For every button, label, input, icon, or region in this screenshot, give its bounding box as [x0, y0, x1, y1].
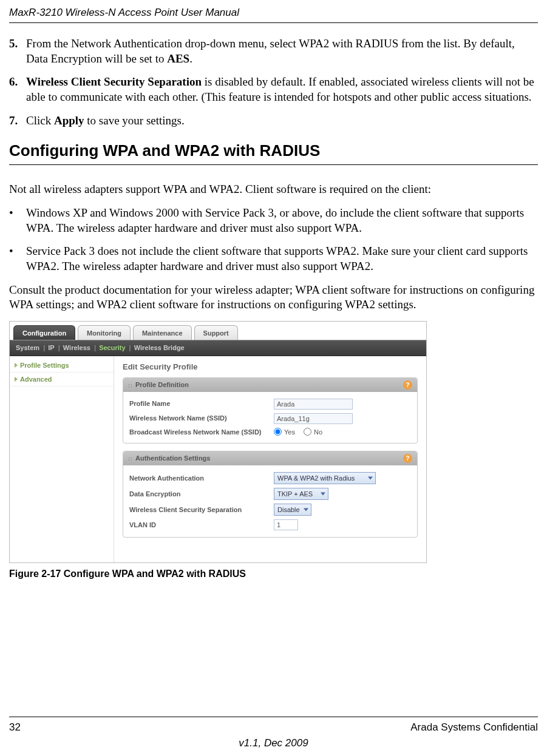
panel-header: ::Authentication Settings ?	[123, 451, 417, 465]
figure-caption: Figure 2-17 Configure WPA and WPA2 with …	[9, 568, 538, 581]
top-tabs: Configuration Monitoring Maintenance Sup…	[10, 322, 426, 340]
paragraph: Not all wireless adapters support WPA an…	[9, 182, 538, 197]
grip-icon: ::	[128, 456, 133, 462]
client-separation-select[interactable]: Disable	[274, 504, 311, 516]
subtab-wireless-bridge[interactable]: Wireless Bridge	[134, 344, 185, 351]
chevron-right-icon	[15, 377, 18, 382]
label: Wireless Client Security Separation	[129, 505, 274, 514]
radio-yes[interactable]: Yes	[274, 428, 295, 436]
step-7: 7. Click Apply to save your settings.	[9, 113, 538, 129]
profile-name-input[interactable]	[274, 399, 353, 410]
screenshot-panel: Configuration Monitoring Maintenance Sup…	[9, 321, 427, 563]
row-ssid: Wireless Network Name (SSID)	[129, 411, 411, 426]
grip-icon: ::	[128, 382, 133, 388]
tab-maintenance[interactable]: Maintenance	[133, 325, 192, 340]
text: Click	[26, 114, 54, 127]
bullet-item: • Service Pack 3 does not include the cl…	[9, 244, 538, 274]
text: .	[189, 52, 192, 65]
panel-profile-definition: ::Profile Definition ? Profile Name Wire…	[123, 377, 418, 444]
paragraph: Consult the product documentation for yo…	[9, 283, 538, 312]
network-auth-select[interactable]: WPA & WPA2 with Radius	[274, 472, 376, 484]
text: to save your settings.	[84, 114, 185, 127]
row-vlan-id: VLAN ID	[129, 518, 411, 532]
help-icon[interactable]: ?	[403, 454, 412, 463]
data-encryption-select[interactable]: TKIP + AES	[274, 488, 328, 500]
text: From the Network Authentication drop-dow…	[26, 37, 515, 65]
panel-body: Profile Name Wireless Network Name (SSID…	[123, 392, 417, 443]
panel-body: Network Authentication WPA & WPA2 with R…	[123, 465, 417, 537]
radio-no[interactable]: No	[304, 428, 322, 436]
footer-row: 32 Arada Systems Confidential	[9, 721, 538, 734]
page-footer: 32 Arada Systems Confidential v1.1, Dec …	[9, 717, 538, 756]
row-network-auth: Network Authentication WPA & WPA2 with R…	[129, 470, 411, 486]
row-profile-name: Profile Name	[129, 397, 411, 411]
page-number: 32	[9, 721, 21, 734]
row-client-separation: Wireless Client Security Separation Disa…	[129, 502, 411, 518]
confidential-label: Arada Systems Confidential	[410, 721, 538, 734]
content-title: Edit Security Profile	[123, 362, 418, 373]
sub-tabs: System| IP| Wireless| Security| Wireless…	[10, 340, 426, 356]
bullet-mark: •	[9, 244, 26, 274]
step-number: 7.	[9, 113, 26, 129]
label: Broadcast Wireless Network Name (SSID)	[129, 428, 274, 436]
panel-title: Profile Definition	[135, 381, 189, 388]
panel-title: Authentication Settings	[135, 454, 210, 462]
radio-label: No	[314, 428, 322, 436]
help-icon[interactable]: ?	[403, 380, 412, 390]
tab-support[interactable]: Support	[194, 325, 238, 340]
bold: AES	[167, 52, 189, 65]
row-broadcast-ssid: Broadcast Wireless Network Name (SSID) Y…	[129, 426, 411, 438]
content-area: Edit Security Profile ::Profile Definiti…	[114, 356, 426, 562]
sidebar-item-profile-settings[interactable]: Profile Settings	[10, 359, 114, 373]
label: VLAN ID	[129, 521, 274, 529]
step-number: 5.	[9, 36, 26, 66]
panel-header: ::Profile Definition ?	[123, 378, 417, 392]
bold: Apply	[54, 114, 84, 127]
bold: Wireless Client Security Separation	[26, 75, 202, 88]
step-body: From the Network Authentication drop-dow…	[26, 36, 538, 66]
running-header: MaxR-3210 Wireless-N Access Point User M…	[9, 0, 538, 23]
label: Wireless Network Name (SSID)	[129, 414, 274, 422]
bullet-body: Windows XP and Windows 2000 with Service…	[26, 206, 538, 235]
tab-monitoring[interactable]: Monitoring	[78, 325, 131, 340]
radio-input[interactable]	[274, 428, 282, 436]
bullet-body: Service Pack 3 does not include the clie…	[26, 244, 538, 274]
ssid-input[interactable]	[274, 413, 353, 424]
vlan-id-input[interactable]	[274, 519, 298, 530]
sidebar-label: Advanced	[20, 375, 52, 383]
label: Network Authentication	[129, 474, 274, 482]
radio-label: Yes	[284, 428, 295, 436]
tab-configuration[interactable]: Configuration	[13, 325, 75, 340]
bullet-mark: •	[9, 206, 26, 235]
step-number: 6.	[9, 75, 26, 104]
step-body: Wireless Client Security Separation is d…	[26, 75, 538, 104]
radio-input[interactable]	[304, 428, 311, 436]
sidebar-item-advanced[interactable]: Advanced	[10, 373, 114, 386]
section-heading: Configuring WPA and WPA2 with RADIUS	[9, 141, 538, 166]
broadcast-radio-group: Yes No	[274, 428, 322, 436]
version-label: v1.1, Dec 2009	[9, 737, 538, 756]
subtab-security[interactable]: Security	[99, 344, 125, 351]
sidebar-label: Profile Settings	[20, 361, 69, 370]
subtab-wireless[interactable]: Wireless	[63, 344, 90, 351]
step-body: Click Apply to save your settings.	[26, 113, 538, 129]
label: Profile Name	[129, 399, 274, 408]
row-data-encryption: Data Encryption TKIP + AES	[129, 486, 411, 502]
step-6: 6. Wireless Client Security Separation i…	[9, 75, 538, 104]
main-area: Profile Settings Advanced Edit Security …	[10, 356, 426, 562]
label: Data Encryption	[129, 490, 274, 498]
chevron-right-icon	[15, 363, 18, 368]
bullet-item: • Windows XP and Windows 2000 with Servi…	[9, 206, 538, 235]
subtab-ip[interactable]: IP	[48, 344, 54, 351]
left-sidebar: Profile Settings Advanced	[10, 356, 114, 562]
panel-authentication-settings: ::Authentication Settings ? Network Auth…	[123, 451, 418, 538]
subtab-system[interactable]: System	[16, 344, 39, 351]
step-5: 5. From the Network Authentication drop-…	[9, 36, 538, 66]
